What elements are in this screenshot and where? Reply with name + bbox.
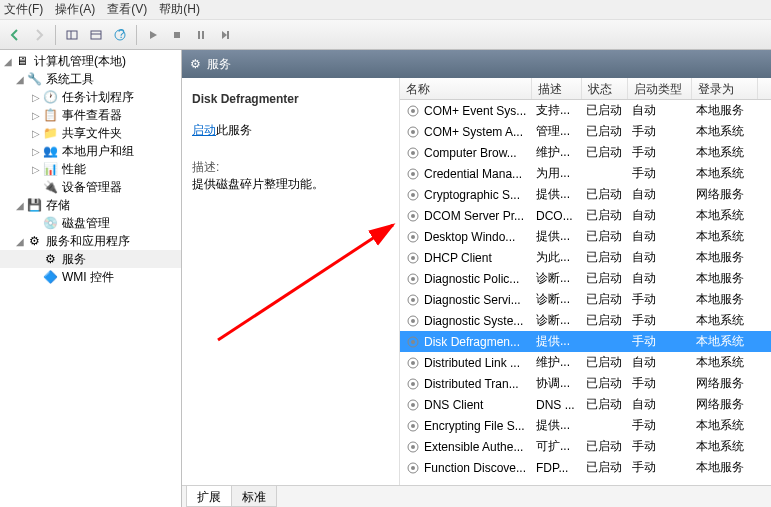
col-logon[interactable]: 登录为	[692, 78, 758, 99]
list-body[interactable]: COM+ Event Sys...支持...已启动自动本地服务COM+ Syst…	[400, 100, 771, 485]
service-row[interactable]: COM+ Event Sys...支持...已启动自动本地服务	[400, 100, 771, 121]
service-row[interactable]: Cryptographic S...提供...已启动自动网络服务	[400, 184, 771, 205]
cell-name: Desktop Windo...	[422, 230, 534, 244]
menu-file[interactable]: 文件(F)	[4, 1, 43, 18]
svg-rect-6	[174, 32, 180, 38]
cell-start: 手动	[630, 123, 694, 140]
tree-services[interactable]: ⚙服务	[0, 250, 181, 268]
cell-logon: 本地服务	[694, 249, 760, 266]
service-row[interactable]: Credential Mana...为用...手动本地系统	[400, 163, 771, 184]
cell-name: DNS Client	[422, 398, 534, 412]
cell-logon: 本地系统	[694, 354, 760, 371]
play-icon	[146, 28, 160, 42]
storage-icon: 💾	[26, 197, 42, 213]
tree-task-scheduler[interactable]: ▷🕐任务计划程序	[0, 88, 181, 106]
cell-name: Computer Brow...	[422, 146, 534, 160]
service-row[interactable]: Encrypting File S...提供...手动本地系统	[400, 415, 771, 436]
svg-point-45	[411, 466, 415, 470]
service-row[interactable]: DCOM Server Pr...DCO...已启动自动本地系统	[400, 205, 771, 226]
cell-logon: 本地系统	[694, 144, 760, 161]
cell-status: 已启动	[584, 123, 630, 140]
cell-status: 已启动	[584, 291, 630, 308]
tools-icon: 🔧	[26, 71, 42, 87]
col-description[interactable]: 描述	[532, 78, 582, 99]
svg-point-37	[411, 382, 415, 386]
cell-desc: 支持...	[534, 102, 584, 119]
tree-wmi[interactable]: 🔷WMI 控件	[0, 268, 181, 286]
cell-desc: 为用...	[534, 165, 584, 182]
cell-status: 已启动	[584, 186, 630, 203]
col-startup[interactable]: 启动类型	[628, 78, 692, 99]
cell-status: 已启动	[584, 207, 630, 224]
tree-performance[interactable]: ▷📊性能	[0, 160, 181, 178]
service-row[interactable]: COM+ System A...管理...已启动手动本地系统	[400, 121, 771, 142]
cell-logon: 本地系统	[694, 417, 760, 434]
tab-standard[interactable]: 标准	[231, 486, 277, 507]
service-row[interactable]: Diagnostic Polic...诊断...已启动自动本地服务	[400, 268, 771, 289]
service-row[interactable]: DHCP Client为此...已启动自动本地服务	[400, 247, 771, 268]
cell-desc: 诊断...	[534, 312, 584, 329]
tab-extended[interactable]: 扩展	[186, 486, 232, 507]
navigation-tree[interactable]: ◢🖥计算机管理(本地) ◢🔧系统工具 ▷🕐任务计划程序 ▷📋事件查看器 ▷📁共享…	[0, 50, 182, 507]
help-button[interactable]: ?	[109, 24, 131, 46]
cell-logon: 本地系统	[694, 333, 760, 350]
tree-disk-management[interactable]: 💿磁盘管理	[0, 214, 181, 232]
event-icon: 📋	[42, 107, 58, 123]
list-header: 名称 描述 状态 启动类型 登录为	[400, 78, 771, 100]
cell-name: Distributed Link ...	[422, 356, 534, 370]
cell-desc: DNS ...	[534, 398, 584, 412]
stop-button[interactable]	[166, 24, 188, 46]
start-link[interactable]: 启动	[192, 123, 216, 137]
description-label: 描述:	[192, 159, 389, 176]
play-button[interactable]	[142, 24, 164, 46]
gear-icon	[404, 104, 420, 118]
tree-local-users[interactable]: ▷👥本地用户和组	[0, 142, 181, 160]
cell-desc: 提供...	[534, 333, 584, 350]
menu-bar: 文件(F) 操作(A) 查看(V) 帮助(H)	[0, 0, 771, 20]
col-name[interactable]: 名称	[400, 78, 532, 99]
cell-status: 已启动	[584, 249, 630, 266]
tree-shared-folders[interactable]: ▷📁共享文件夹	[0, 124, 181, 142]
cell-start: 自动	[630, 186, 694, 203]
tree-event-viewer[interactable]: ▷📋事件查看器	[0, 106, 181, 124]
svg-point-41	[411, 424, 415, 428]
pause-button[interactable]	[190, 24, 212, 46]
service-row[interactable]: Function Discove...FDP...已启动手动本地服务	[400, 457, 771, 478]
service-row[interactable]: Extensible Authe...可扩...已启动手动本地系统	[400, 436, 771, 457]
forward-button[interactable]	[28, 24, 50, 46]
cell-desc: 提供...	[534, 228, 584, 245]
service-row[interactable]: DNS ClientDNS ...已启动自动网络服务	[400, 394, 771, 415]
cell-desc: 管理...	[534, 123, 584, 140]
tree-storage[interactable]: ◢💾存储	[0, 196, 181, 214]
service-row[interactable]: Diagnostic Syste...诊断...已启动手动本地系统	[400, 310, 771, 331]
cell-status: 已启动	[584, 228, 630, 245]
tree-services-apps[interactable]: ◢⚙服务和应用程序	[0, 232, 181, 250]
col-status[interactable]: 状态	[582, 78, 628, 99]
back-button[interactable]	[4, 24, 26, 46]
service-row[interactable]: Disk Defragmen...提供...手动本地系统	[400, 331, 771, 352]
service-row[interactable]: Computer Brow...维护...已启动手动本地系统	[400, 142, 771, 163]
cell-logon: 网络服务	[694, 396, 760, 413]
cell-start: 自动	[630, 249, 694, 266]
cell-name: Diagnostic Syste...	[422, 314, 534, 328]
tree-root[interactable]: ◢🖥计算机管理(本地)	[0, 52, 181, 70]
cell-start: 手动	[630, 144, 694, 161]
service-row[interactable]: Diagnostic Servi...诊断...已启动手动本地服务	[400, 289, 771, 310]
disk-icon: 💿	[42, 215, 58, 231]
menu-action[interactable]: 操作(A)	[55, 1, 95, 18]
tree-device-manager[interactable]: 🔌设备管理器	[0, 178, 181, 196]
tree-system-tools[interactable]: ◢🔧系统工具	[0, 70, 181, 88]
service-row[interactable]: Distributed Link ...维护...已启动自动本地系统	[400, 352, 771, 373]
menu-help[interactable]: 帮助(H)	[159, 1, 200, 18]
menu-view[interactable]: 查看(V)	[107, 1, 147, 18]
restart-button[interactable]	[214, 24, 236, 46]
wmi-icon: 🔷	[42, 269, 58, 285]
cell-start: 手动	[630, 375, 694, 392]
cell-desc: FDP...	[534, 461, 584, 475]
cell-desc: DCO...	[534, 209, 584, 223]
service-row[interactable]: Distributed Tran...协调...已启动手动网络服务	[400, 373, 771, 394]
service-row[interactable]: Desktop Windo...提供...已启动自动本地系统	[400, 226, 771, 247]
export-button[interactable]	[85, 24, 107, 46]
gear-icon	[404, 125, 420, 139]
show-hide-button[interactable]	[61, 24, 83, 46]
